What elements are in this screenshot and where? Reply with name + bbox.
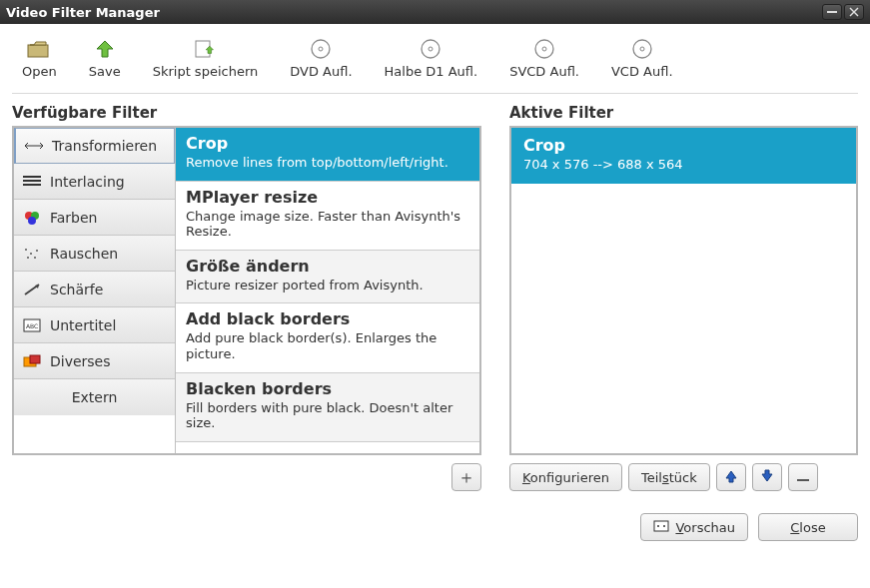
preview-icon: [653, 520, 669, 535]
subtitle-icon: ABC: [22, 316, 42, 334]
halbe-d1-aufl-button[interactable]: Halbe D1 Aufl.: [385, 38, 478, 79]
move-down-button[interactable]: [752, 463, 782, 491]
active-filters-heading: Aktive Filter: [509, 104, 858, 122]
svg-marker-34: [726, 471, 736, 482]
remove-filter-button[interactable]: [788, 463, 818, 491]
filter-desc: Remove lines from top/bottom/left/right.: [186, 155, 469, 171]
svg-point-24: [30, 253, 32, 255]
move-up-button[interactable]: [716, 463, 746, 491]
teilstueck-button[interactable]: Teilstück: [628, 463, 710, 491]
category-label: Transformieren: [52, 138, 157, 154]
disc-icon: [417, 38, 444, 60]
script-save-icon: [191, 38, 219, 60]
toolbar-label: VCD Aufl.: [611, 64, 673, 79]
toolbar-label: Halbe D1 Aufl.: [385, 64, 478, 79]
available-filters-box: Transformieren Interlacing Farben Rausch…: [12, 126, 481, 455]
svg-point-11: [429, 47, 433, 51]
disc-icon: [628, 38, 656, 60]
svg-point-13: [542, 47, 546, 51]
arrow-up-icon: [724, 469, 738, 486]
active-filter-desc: 704 x 576 --> 688 x 564: [523, 157, 844, 172]
svg-point-39: [663, 525, 665, 527]
filter-name: Größe ändern: [186, 257, 469, 276]
folder-open-icon: [25, 38, 53, 60]
filter-item-blacken-borders[interactable]: Blacken borders Fill borders with pure b…: [176, 373, 479, 442]
open-button[interactable]: Open: [22, 38, 57, 79]
minus-icon: [796, 470, 810, 485]
category-transformieren[interactable]: Transformieren: [14, 128, 175, 164]
filter-name: Add black borders: [186, 309, 469, 328]
category-schaerfe[interactable]: Schärfe: [14, 272, 175, 307]
minimize-button[interactable]: [822, 4, 842, 20]
svg-point-15: [640, 47, 644, 51]
category-diverses[interactable]: Diverses: [14, 343, 175, 379]
svg-rect-3: [28, 45, 48, 57]
category-label: Diverses: [50, 353, 111, 369]
toolbar-label: Skript speichern: [153, 64, 259, 79]
svg-point-38: [657, 525, 659, 527]
category-extern[interactable]: Extern: [14, 379, 175, 415]
svg-rect-36: [797, 479, 809, 481]
filter-list[interactable]: Crop Remove lines from top/bottom/left/r…: [176, 128, 479, 453]
svg-point-26: [27, 257, 29, 259]
svg-point-12: [535, 40, 553, 58]
category-label: Rauschen: [50, 246, 118, 262]
disc-icon: [530, 38, 558, 60]
svg-point-9: [319, 47, 323, 51]
svg-point-14: [633, 40, 651, 58]
filter-item-groesse-aendern[interactable]: Größe ändern Picture resizer ported from…: [176, 251, 479, 304]
filter-desc: Fill borders with pure black. Doesn't al…: [186, 400, 469, 431]
filter-desc: Change image size. Faster than Avisynth'…: [186, 209, 469, 240]
active-filters-box: Crop 704 x 576 --> 688 x 564: [509, 126, 858, 455]
toolbar: Open Save Skript speichern DVD Aufl. Hal…: [12, 32, 858, 94]
category-rauschen[interactable]: Rauschen: [14, 236, 175, 272]
svg-text:ABC: ABC: [26, 322, 38, 329]
svg-rect-37: [654, 521, 668, 531]
category-list: Transformieren Interlacing Farben Rausch…: [14, 128, 176, 453]
plus-icon: ＋: [457, 465, 475, 489]
available-filters-heading: Verfügbare Filter: [12, 104, 481, 122]
titlebar: Video Filter Manager: [0, 0, 870, 24]
filter-desc: Picture resizer ported from Avisynth.: [186, 278, 469, 294]
window-title: Video Filter Manager: [6, 5, 822, 20]
vorschau-button[interactable]: Vorschau: [640, 513, 748, 541]
filter-name: MPlayer resize: [186, 188, 469, 207]
filter-item-mplayer-resize[interactable]: MPlayer resize Change image size. Faster…: [176, 182, 479, 251]
toolbar-label: DVD Aufl.: [290, 64, 352, 79]
category-label: Schärfe: [50, 282, 103, 297]
category-untertitel[interactable]: ABC Untertitel: [14, 307, 175, 343]
vcd-aufl-button[interactable]: VCD Aufl.: [611, 38, 673, 79]
svg-point-10: [422, 40, 439, 58]
category-farben[interactable]: Farben: [14, 200, 175, 236]
filter-desc: Add pure black border(s). Enlarges the p…: [186, 330, 469, 361]
svg-point-22: [28, 217, 36, 225]
filter-name: Blacken borders: [186, 379, 469, 398]
filter-item-crop[interactable]: Crop Remove lines from top/bottom/left/r…: [176, 128, 479, 182]
noise-icon: [22, 245, 42, 263]
toolbar-label: Open: [22, 64, 57, 79]
konfigurieren-button[interactable]: Konfigurieren: [509, 463, 622, 491]
transform-icon: [24, 137, 44, 155]
svg-rect-0: [827, 11, 837, 13]
save-button[interactable]: Save: [89, 38, 121, 79]
misc-icon: [22, 352, 42, 370]
svg-point-23: [25, 249, 27, 251]
filter-name: Crop: [186, 134, 469, 153]
svg-rect-33: [30, 355, 40, 363]
filter-item-add-black-borders[interactable]: Add black borders Add pure black border(…: [176, 303, 479, 372]
category-label: Farben: [50, 210, 97, 226]
svcd-aufl-button[interactable]: SVCD Aufl.: [509, 38, 579, 79]
svg-marker-4: [30, 42, 46, 45]
category-label: Extern: [72, 389, 118, 405]
category-label: Interlacing: [50, 174, 125, 190]
toolbar-label: SVCD Aufl.: [509, 64, 579, 79]
add-filter-button[interactable]: ＋: [451, 463, 481, 491]
category-interlacing[interactable]: Interlacing: [14, 164, 175, 200]
interlace-icon: [22, 173, 42, 191]
svg-point-27: [34, 257, 36, 259]
close-button[interactable]: Close: [758, 513, 858, 541]
dvd-aufl-button[interactable]: DVD Aufl.: [290, 38, 352, 79]
skript-speichern-button[interactable]: Skript speichern: [153, 38, 259, 79]
close-window-button[interactable]: [844, 4, 864, 20]
active-filter-crop[interactable]: Crop 704 x 576 --> 688 x 564: [511, 128, 856, 184]
